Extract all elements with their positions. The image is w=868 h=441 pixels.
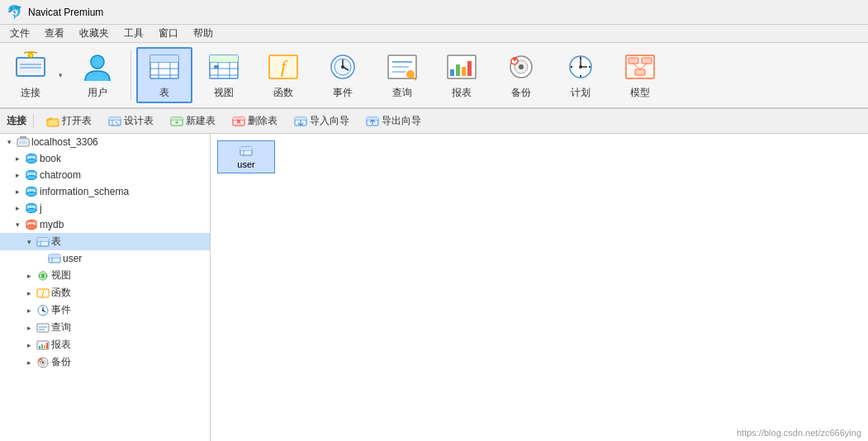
content-item-icon-user <box>240 145 253 158</box>
toolbar-btn-event[interactable]: 事件 <box>315 47 371 103</box>
function-icon: f <box>267 51 300 83</box>
tree-toggle-localhost: ▾ <box>3 138 15 146</box>
svg-rect-60 <box>49 121 57 126</box>
tree-icon-chaxun <box>36 321 50 334</box>
toolbar-btn-table[interactable]: 表 <box>136 47 192 103</box>
toolbar-btn-connect[interactable]: 连接 <box>7 47 55 103</box>
toolbar-btn-view[interactable]: 视图 <box>196 47 252 103</box>
svg-rect-129 <box>46 343 48 349</box>
new-action-icon: + <box>170 116 183 127</box>
svg-point-48 <box>579 65 582 69</box>
content-area: user <box>211 134 868 441</box>
menu-item-收藏夹[interactable]: 收藏夹 <box>73 25 116 42</box>
tree-toggle-chaxun: ▸ <box>23 324 35 332</box>
tree-node-baobiao[interactable]: ▸报表 <box>0 336 210 353</box>
svg-rect-139 <box>240 147 252 150</box>
toolbar-btn-schedule[interactable]: 计划 <box>553 47 609 103</box>
menu-item-帮助[interactable]: 帮助 <box>187 25 220 42</box>
tree-label-shitu: 视图 <box>51 268 71 282</box>
tree-icon-beifen <box>36 356 50 369</box>
tree-toggle-shitu: ▸ <box>23 272 35 280</box>
action-btn-delete[interactable]: ×删除表 <box>225 111 285 131</box>
svg-rect-113 <box>49 254 60 258</box>
tree-toggle-baobiao: ▸ <box>23 341 35 349</box>
toolbar-label-event: 事件 <box>333 86 353 100</box>
tree-node-hanshu[interactable]: ▸f函数 <box>0 284 210 301</box>
tree-node-chaxun[interactable]: ▸查询 <box>0 319 210 336</box>
tree-toggle-chatroom: ▸ <box>12 171 23 179</box>
svg-point-5 <box>91 55 104 69</box>
tree-label-chaxun: 查询 <box>51 320 71 334</box>
tree-node-chatroom[interactable]: ▸chatroom <box>0 167 210 183</box>
tree-node-j[interactable]: ▸j <box>0 200 210 216</box>
svg-rect-36 <box>456 64 460 76</box>
toolbar-btn-query[interactable]: 查询 <box>374 47 430 103</box>
toolbar-btn-user[interactable]: 用户 <box>69 47 126 103</box>
tree-node-shitu[interactable]: ▸视图 <box>0 267 210 284</box>
toolbar-label-connect: 连接 <box>21 86 40 100</box>
tree-icon-baobiao <box>36 339 50 352</box>
svg-rect-75 <box>295 117 306 120</box>
toolbar-connect-arrow[interactable]: ▾ <box>55 47 66 103</box>
tree-node-biao[interactable]: ▾表 <box>0 233 210 250</box>
menu-item-窗口[interactable]: 窗口 <box>152 25 185 42</box>
toolbar-btn-function[interactable]: f函数 <box>255 47 311 103</box>
title-bar: 🐬 Navicat Premium <box>0 0 868 25</box>
tree-node-localhost[interactable]: ▾localhost_3306 <box>0 134 210 150</box>
tree-label-chatroom: chatroom <box>40 169 81 181</box>
svg-rect-126 <box>39 346 40 349</box>
toolbar-btn-backup[interactable]: 备份 <box>493 47 549 103</box>
menu-item-文件[interactable]: 文件 <box>3 25 36 42</box>
query-icon <box>386 51 419 83</box>
svg-rect-80 <box>19 140 27 145</box>
tree-node-user_mydb[interactable]: user <box>0 250 210 267</box>
tree-node-information_schema[interactable]: ▸information_schema <box>0 183 210 200</box>
action-btn-import[interactable]: 导入向导 <box>287 111 357 131</box>
menu-item-工具[interactable]: 工具 <box>117 25 150 42</box>
tree-icon-shitu <box>36 269 50 282</box>
svg-rect-64 <box>109 117 121 120</box>
import-action-icon <box>294 116 307 127</box>
toolbar: 连接▾用户表视图f函数事件查询报表备份计划模型 <box>0 43 868 109</box>
tree-icon-biao <box>36 235 50 249</box>
toolbar-label-table: 表 <box>159 86 169 100</box>
tree-node-book[interactable]: ▸book <box>0 150 210 167</box>
tree-toggle-shijian: ▸ <box>23 306 35 315</box>
action-btn-design[interactable]: 设计表 <box>101 111 161 131</box>
svg-rect-128 <box>44 345 45 349</box>
svg-point-32 <box>406 70 415 78</box>
action-bar-section-label: 连接 <box>7 114 34 128</box>
svg-point-93 <box>26 192 36 197</box>
tree-icon-localhost <box>17 135 30 149</box>
tree-toggle-book: ▸ <box>12 154 23 163</box>
content-item-user[interactable]: user <box>217 140 275 173</box>
svg-point-27 <box>341 65 344 69</box>
tree-toggle-biao: ▾ <box>23 238 35 246</box>
tree-toggle-hanshu: ▸ <box>23 289 35 297</box>
design-action-icon <box>108 116 121 127</box>
toolbar-btn-model[interactable]: 模型 <box>612 47 668 103</box>
toolbar-btn-report[interactable]: 报表 <box>434 47 490 103</box>
svg-rect-1 <box>20 61 41 73</box>
toolbar-label-report: 报表 <box>452 86 472 100</box>
tree-icon-mydb <box>25 218 38 231</box>
menu-item-查看[interactable]: 查看 <box>38 25 71 42</box>
svg-point-88 <box>26 176 36 180</box>
tree-label-shijian: 事件 <box>51 303 71 317</box>
tree-toggle-beifen: ▸ <box>23 358 35 367</box>
tree-toggle-j: ▸ <box>12 204 23 212</box>
model-icon <box>624 51 657 83</box>
tree-icon-book <box>25 152 38 165</box>
action-label-new: 新建表 <box>186 114 216 128</box>
svg-rect-127 <box>41 344 43 349</box>
svg-rect-37 <box>462 67 466 76</box>
tree-node-shijian[interactable]: ▸事件 <box>0 301 210 319</box>
action-btn-export[interactable]: 导出向导 <box>358 111 429 131</box>
action-btn-open[interactable]: 打开表 <box>39 111 99 131</box>
tree-node-mydb[interactable]: ▾mydb <box>0 216 210 233</box>
main-area: ▾localhost_3306▸book▸chatroom▸informatio… <box>0 134 868 441</box>
action-btn-new[interactable]: +新建表 <box>163 111 223 131</box>
action-label-delete: 删除表 <box>248 114 277 128</box>
tree-node-beifen[interactable]: ▸备份 <box>0 353 210 371</box>
tree-toggle-mydb: ▾ <box>12 220 23 229</box>
